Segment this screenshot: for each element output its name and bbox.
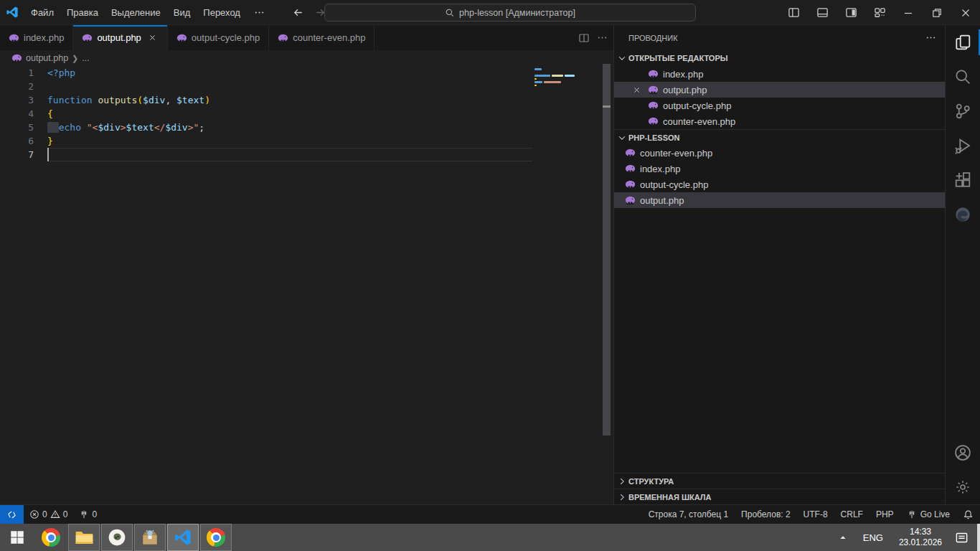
status-language-mode[interactable]: PHP (870, 505, 900, 524)
taskbar-file-explorer-icon[interactable] (68, 524, 100, 551)
minimap[interactable] (534, 68, 578, 88)
status-eol[interactable]: CRLF (834, 505, 870, 524)
code-line-4[interactable]: 4{ (0, 107, 613, 121)
taskbar-vscode-icon[interactable] (167, 524, 199, 551)
section-header-ВРЕМЕННАЯ ШКАЛА[interactable]: ВРЕМЕННАЯ ШКАЛА (614, 489, 945, 504)
status-notifications[interactable] (956, 505, 980, 524)
minimize-button[interactable] (894, 0, 923, 25)
code-line-2[interactable]: 2 (0, 80, 613, 93)
activity-search-icon[interactable] (946, 60, 980, 94)
explorer-sidebar: ПРОВОДНИК ОТКРЫТЫЕ РЕДАКТОРЫindex.phpout… (614, 25, 946, 504)
status-label: Go Live (920, 509, 950, 519)
toggle-secondary-sidebar-icon[interactable] (837, 0, 865, 25)
activity-accounts-icon[interactable] (946, 435, 980, 470)
customize-layout-icon[interactable] (865, 0, 894, 25)
taskbar-round-white-app-icon[interactable] (101, 524, 133, 551)
close-tab-icon[interactable] (147, 32, 159, 44)
file-name: output.php (640, 195, 684, 206)
line-content (34, 80, 47, 93)
php-file-icon (176, 34, 187, 42)
toggle-sidebar-icon[interactable] (779, 0, 808, 25)
section-label: ОТКРЫТЫЕ РЕДАКТОРЫ (628, 54, 728, 62)
activity-extensions-icon[interactable] (946, 163, 980, 197)
language-indicator[interactable]: ENG (854, 532, 892, 543)
file-row-output-cycle.php[interactable]: output-cycle.php (614, 176, 945, 192)
remote-indicator[interactable] (0, 505, 24, 524)
show-desktop-button[interactable] (977, 524, 980, 551)
tray-chevron-up-icon[interactable] (831, 533, 854, 542)
status-indentation[interactable]: Пробелов: 2 (735, 505, 797, 524)
status-go-live[interactable]: Go Live (900, 505, 956, 524)
navigate-back-icon[interactable] (292, 6, 304, 19)
restore-button[interactable] (923, 0, 951, 25)
file-row-output.php[interactable]: output.php (614, 82, 945, 98)
line-content: { (34, 107, 53, 121)
tab-counter-even.php[interactable]: counter-even.php (269, 25, 374, 50)
breadcrumb-more[interactable]: ... (82, 53, 89, 63)
line-number: 6 (0, 134, 34, 148)
close-window-button[interactable] (951, 0, 980, 25)
code-line-1[interactable]: 1<?php (0, 66, 613, 80)
taskbar-box-app-icon[interactable] (134, 524, 166, 551)
tab-index.php[interactable]: index.php (0, 25, 73, 50)
activity-edge-tools-icon[interactable] (946, 197, 980, 232)
split-editor-icon[interactable] (578, 32, 590, 44)
section-header-СТРУКТУРА[interactable]: СТРУКТУРА (614, 473, 945, 489)
menu-overflow-icon[interactable] (247, 7, 272, 18)
command-center-search[interactable]: php-lesson [Администратор] (324, 4, 696, 22)
menu-item-Файл[interactable]: Файл (24, 0, 60, 25)
tab-output-cycle.php[interactable]: output-cycle.php (168, 25, 269, 50)
menu-item-Вид[interactable]: Вид (167, 0, 197, 25)
activity-source-control-icon[interactable] (946, 94, 980, 128)
breadcrumb-file[interactable]: output.php (26, 53, 68, 63)
warning-count: 0 (63, 509, 68, 519)
more-actions-icon[interactable] (925, 32, 936, 43)
status-label: Пробелов: 2 (741, 509, 791, 519)
breadcrumb[interactable]: output.php ❯ ... (0, 50, 613, 66)
code-line-5[interactable]: 5 echo "<$div>$text</$div>"; (0, 121, 613, 134)
file-row-output-cycle.php[interactable]: output-cycle.php (614, 98, 945, 113)
taskbar-chrome-icon[interactable] (35, 524, 67, 551)
line-number: 4 (0, 107, 34, 121)
section-header-PHP-LESSON[interactable]: PHP-LESSON (614, 129, 945, 145)
code-editor[interactable]: 1<?php23function outputs($div, $text)4{5… (0, 66, 613, 504)
file-row-counter-even.php[interactable]: counter-even.php (614, 113, 945, 129)
text-cursor (47, 148, 49, 161)
problems-indicator[interactable]: 0 0 (24, 505, 73, 524)
clock[interactable]: 14:33 23.01.2026 (892, 527, 949, 548)
code-line-6[interactable]: 6} (0, 134, 613, 148)
action-center-icon[interactable] (949, 531, 977, 545)
php-file-icon (82, 34, 93, 42)
tab-label: index.php (24, 32, 64, 43)
ports-indicator[interactable]: 0 (73, 505, 103, 524)
activity-explorer-icon[interactable] (946, 25, 980, 60)
php-file-icon (625, 164, 636, 173)
menu-item-Выделение[interactable]: Выделение (105, 0, 167, 25)
close-editor-icon[interactable] (631, 85, 642, 95)
activity-run-and-debug-icon[interactable] (946, 128, 980, 163)
tab-bar-actions (578, 25, 608, 50)
toggle-panel-icon[interactable] (808, 0, 837, 25)
editor-vertical-scrollbar[interactable] (603, 64, 611, 435)
file-row-index.php[interactable]: index.php (614, 66, 945, 82)
file-name: output-cycle.php (663, 100, 731, 111)
windows-taskbar: ENG 14:33 23.01.2026 (0, 524, 980, 551)
file-row-counter-even.php[interactable]: counter-even.php (614, 145, 945, 161)
status-bar: 0 0 0 Строка 7, столбец 1Пробелов: 2UTF-… (0, 504, 980, 524)
start-button[interactable] (0, 524, 34, 551)
section-header-ОТКРЫТЫЕ РЕДАКТОРЫ[interactable]: ОТКРЫТЫЕ РЕДАКТОРЫ (614, 50, 945, 66)
chevron-down-icon (617, 133, 627, 143)
code-line-3[interactable]: 3function outputs($div, $text) (0, 93, 613, 107)
tab-output.php[interactable]: output.php (73, 25, 167, 50)
taskbar-chrome-2-icon[interactable] (200, 524, 232, 551)
code-line-7[interactable]: 7 (0, 148, 613, 161)
menu-item-Переход[interactable]: Переход (197, 0, 247, 25)
menu-item-Правка[interactable]: Правка (60, 0, 105, 25)
file-row-index.php[interactable]: index.php (614, 161, 945, 176)
more-actions-icon[interactable] (597, 32, 608, 43)
line-number: 5 (0, 121, 34, 134)
file-row-output.php[interactable]: output.php (614, 192, 945, 208)
status-encoding[interactable]: UTF-8 (797, 505, 834, 524)
status-cursor-position[interactable]: Строка 7, столбец 1 (642, 505, 735, 524)
activity-manage-settings-icon[interactable] (946, 470, 980, 504)
